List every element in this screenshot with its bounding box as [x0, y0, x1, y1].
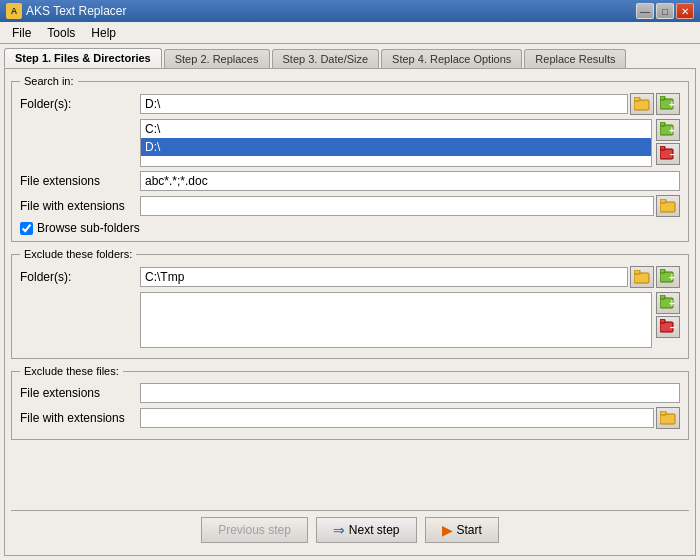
list-item-d[interactable]: D:\ — [141, 138, 651, 156]
search-in-legend: Search in: — [20, 75, 78, 87]
main-window: Step 1. Files & Directories Step 2. Repl… — [0, 44, 700, 560]
excl-file-ext-input[interactable] — [140, 383, 680, 403]
excl-folder-list-row: + − — [20, 292, 680, 348]
browse-subfolders-row: Browse sub-folders — [20, 221, 680, 235]
svg-text:−: − — [670, 149, 676, 160]
folder-input-row: Folder(s): + — [20, 93, 680, 115]
start-icon: ▶ — [442, 522, 453, 538]
excl-folder-open-icon — [634, 270, 650, 284]
excl-folder-input[interactable] — [140, 267, 628, 287]
svg-rect-3 — [660, 96, 665, 100]
file-ext-row: File extensions — [20, 171, 680, 191]
svg-text:−: − — [670, 322, 676, 333]
file-with-ext-input[interactable] — [140, 196, 654, 216]
add-folder-icon: + — [660, 96, 676, 112]
excl-folder-label: Folder(s): — [20, 270, 140, 284]
folder-browse-button[interactable] — [630, 93, 654, 115]
menu-bar: File Tools Help — [0, 22, 700, 44]
svg-rect-12 — [660, 199, 666, 203]
folder-add-button[interactable]: + — [656, 93, 680, 115]
excl-file-ext-row: File extensions — [20, 383, 680, 403]
excl-file-with-ext-row: File with extensions — [20, 407, 680, 429]
title-bar: A AKS Text Replacer — □ ✕ — [0, 0, 700, 22]
excl-remove-icon: − — [660, 319, 676, 335]
start-label: Start — [457, 523, 482, 537]
tab-content: Search in: Folder(s): — [4, 68, 696, 556]
next-arrow-icon: ⇒ — [333, 522, 345, 538]
browse-subfolders-checkbox[interactable] — [20, 222, 33, 235]
svg-rect-14 — [634, 270, 640, 274]
excl-add-icon: + — [660, 295, 676, 311]
list-remove-button[interactable]: − — [656, 143, 680, 165]
list-side-buttons: + − — [654, 119, 680, 165]
tab-files-directories[interactable]: Step 1. Files & Directories — [4, 48, 162, 68]
file-browse-button[interactable] — [656, 195, 680, 217]
svg-rect-6 — [660, 122, 665, 126]
svg-rect-25 — [660, 411, 666, 415]
main-scroll-area: Search in: Folder(s): — [11, 75, 689, 510]
excl-file-with-ext-input[interactable] — [140, 408, 654, 428]
file-ext-label: File extensions — [20, 174, 140, 188]
add-icon: + — [660, 122, 676, 138]
svg-text:+: + — [669, 99, 675, 110]
excl-add-folder-icon: + — [660, 269, 676, 285]
list-add-button[interactable]: + — [656, 119, 680, 141]
svg-rect-19 — [660, 295, 665, 299]
exclude-folders-section: Exclude these folders: Folder(s): — [11, 248, 689, 359]
svg-rect-9 — [660, 146, 665, 150]
previous-step-button[interactable]: Previous step — [201, 517, 308, 543]
excl-list-remove-button[interactable]: − — [656, 316, 680, 338]
svg-rect-1 — [634, 97, 640, 101]
excl-folder-add-button[interactable]: + — [656, 266, 680, 288]
close-button[interactable]: ✕ — [676, 3, 694, 19]
folder-label: Folder(s): — [20, 97, 140, 111]
excl-folder-browse-button[interactable] — [630, 266, 654, 288]
excl-file-folder-icon — [660, 411, 676, 425]
svg-rect-22 — [660, 319, 665, 323]
bottom-bar: Previous step ⇒ Next step ▶ Start — [11, 510, 689, 549]
menu-help[interactable]: Help — [83, 24, 124, 42]
file-folder-icon — [660, 199, 676, 213]
app-icon: A — [6, 3, 22, 19]
previous-step-label: Previous step — [218, 523, 291, 537]
menu-tools[interactable]: Tools — [39, 24, 83, 42]
tab-row: Step 1. Files & Directories Step 2. Repl… — [4, 48, 696, 68]
svg-text:+: + — [669, 298, 675, 309]
excl-folder-input-row: Folder(s): + — [20, 266, 680, 288]
excl-file-ext-label: File extensions — [20, 386, 140, 400]
minimize-button[interactable]: — — [636, 3, 654, 19]
next-step-label: Next step — [349, 523, 400, 537]
search-in-section: Search in: Folder(s): — [11, 75, 689, 242]
window-title: AKS Text Replacer — [26, 4, 636, 18]
folder-list-row: C:\ D:\ + — [20, 119, 680, 167]
exclude-files-legend: Exclude these files: — [20, 365, 123, 377]
svg-rect-16 — [660, 269, 665, 273]
exclude-folders-legend: Exclude these folders: — [20, 248, 136, 260]
excl-list-side-buttons: + − — [654, 292, 680, 338]
exclude-files-section: Exclude these files: File extensions Fil… — [11, 365, 689, 440]
excl-file-with-ext-label: File with extensions — [20, 411, 140, 425]
svg-text:+: + — [669, 272, 675, 283]
file-with-ext-label: File with extensions — [20, 199, 140, 213]
maximize-button[interactable]: □ — [656, 3, 674, 19]
folder-input[interactable] — [140, 94, 628, 114]
tab-replace-results[interactable]: Replace Results — [524, 49, 626, 68]
remove-icon: − — [660, 146, 676, 162]
file-with-ext-row: File with extensions — [20, 195, 680, 217]
svg-text:+: + — [669, 125, 675, 136]
browse-subfolders-label[interactable]: Browse sub-folders — [37, 221, 140, 235]
menu-file[interactable]: File — [4, 24, 39, 42]
tab-replaces[interactable]: Step 2. Replaces — [164, 49, 270, 68]
file-ext-input[interactable] — [140, 171, 680, 191]
folder-list[interactable]: C:\ D:\ — [140, 119, 652, 167]
excl-list-add-button[interactable]: + — [656, 292, 680, 314]
start-button[interactable]: ▶ Start — [425, 517, 499, 543]
tab-date-size[interactable]: Step 3. Date/Size — [272, 49, 380, 68]
list-item-c[interactable]: C:\ — [141, 120, 651, 138]
excl-file-browse-button[interactable] — [656, 407, 680, 429]
next-step-button[interactable]: ⇒ Next step — [316, 517, 417, 543]
tab-replace-options[interactable]: Step 4. Replace Options — [381, 49, 522, 68]
tabs-container: Step 1. Files & Directories Step 2. Repl… — [4, 48, 696, 556]
folder-open-icon — [634, 97, 650, 111]
excl-folder-list[interactable] — [140, 292, 652, 348]
